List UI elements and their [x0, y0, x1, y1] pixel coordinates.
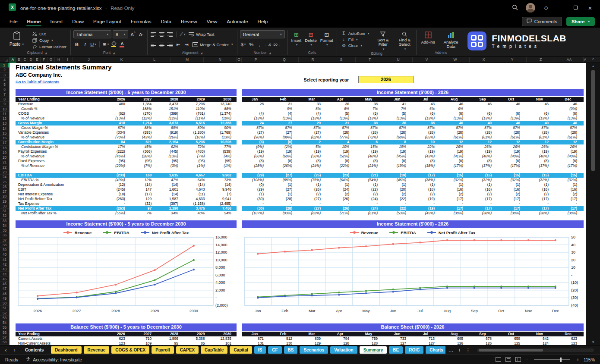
- cell[interactable]: (27): [242, 130, 270, 135]
- table-header-cell[interactable]: 2026: [104, 97, 130, 102]
- accessibility-status[interactable]: Accessibility: Investigate: [26, 357, 82, 362]
- clear-button[interactable]: ⊘Clear▾: [340, 43, 371, 48]
- column-header-w[interactable]: W: [441, 57, 470, 63]
- cell[interactable]: (28): [327, 130, 356, 135]
- row-header-53[interactable]: 53: [0, 316, 9, 320]
- cell[interactable]: (28): [527, 130, 555, 135]
- cell[interactable]: (263): [104, 197, 130, 201]
- cell[interactable]: (28): [270, 206, 299, 211]
- cell[interactable]: (12%): [130, 116, 157, 121]
- cell[interactable]: (61%): [470, 135, 498, 140]
- cell[interactable]: 29: [299, 121, 327, 126]
- menu-item-help[interactable]: Help: [253, 17, 272, 26]
- cell[interactable]: (26%): [157, 135, 183, 140]
- cell[interactable]: (13%): [498, 116, 527, 121]
- cell[interactable]: (539): [210, 149, 237, 154]
- cell[interactable]: (95): [104, 159, 130, 163]
- cell[interactable]: 128: [356, 341, 384, 345]
- cell[interactable]: 126: [470, 341, 498, 345]
- cell[interactable]: (11): [183, 192, 210, 197]
- cell[interactable]: (17%): [498, 163, 527, 168]
- cell[interactable]: 87%: [270, 126, 299, 130]
- cell[interactable]: 480: [104, 102, 130, 107]
- cell[interactable]: 659: [498, 336, 527, 341]
- cell[interactable]: 9%: [270, 107, 299, 111]
- cell[interactable]: 733: [384, 336, 413, 341]
- cell[interactable]: 46: [470, 102, 498, 107]
- cell[interactable]: (38%): [527, 211, 555, 216]
- cell[interactable]: (11%): [183, 116, 210, 121]
- table-header-cell[interactable]: Feb: [270, 97, 299, 102]
- cell[interactable]: 89%: [157, 126, 183, 130]
- row-header-7[interactable]: 7: [0, 92, 9, 97]
- cell[interactable]: (27): [299, 130, 327, 135]
- cell[interactable]: 33: [356, 121, 384, 126]
- cell[interactable]: (30): [242, 206, 270, 211]
- cell[interactable]: (95): [130, 159, 157, 163]
- cell[interactable]: (53%): [384, 211, 413, 216]
- cell[interactable]: 47%: [157, 178, 183, 182]
- cell[interactable]: 6: [356, 140, 384, 144]
- cell[interactable]: 46: [441, 102, 470, 107]
- horizontal-scroll-thumb[interactable]: [479, 349, 543, 351]
- format-painter-button[interactable]: Format Painter: [31, 44, 68, 50]
- cell[interactable]: (1): [470, 182, 498, 187]
- cell[interactable]: 12: [470, 140, 498, 144]
- cell[interactable]: -: [104, 201, 130, 206]
- cell[interactable]: (19): [384, 149, 413, 154]
- column-header-o[interactable]: O: [237, 57, 242, 63]
- vertical-scroll-thumb[interactable]: [591, 70, 595, 171]
- cell[interactable]: (32%): [498, 178, 527, 182]
- cell[interactable]: 31: [327, 121, 356, 126]
- cell[interactable]: 12%: [130, 178, 157, 182]
- cell[interactable]: (41%): [441, 154, 470, 159]
- cell[interactable]: (4): [242, 111, 270, 116]
- cell[interactable]: (13%): [555, 116, 584, 121]
- zoom-level[interactable]: 115%: [584, 357, 595, 362]
- cell[interactable]: 3,073: [157, 121, 183, 126]
- cell[interactable]: (45%): [413, 211, 441, 216]
- page-break-view-icon[interactable]: [515, 357, 521, 362]
- cell[interactable]: (1,158): [183, 201, 210, 206]
- cell[interactable]: 12,366: [210, 121, 237, 126]
- cell[interactable]: (0): [242, 182, 270, 187]
- sort-filter-button[interactable]: Sort & Filter▾: [374, 31, 392, 51]
- row-header-3[interactable]: 3: [0, 73, 9, 78]
- cell[interactable]: (28): [270, 197, 299, 201]
- cell[interactable]: (4): [270, 111, 299, 116]
- row-header-55[interactable]: 55: [0, 325, 9, 330]
- column-header-l[interactable]: L: [138, 57, 171, 63]
- cell[interactable]: (17): [470, 197, 498, 201]
- decrease-indent-icon[interactable]: ⇤: [175, 41, 182, 48]
- cell[interactable]: (82%): [299, 135, 327, 140]
- column-header-n[interactable]: N: [204, 57, 237, 63]
- cell[interactable]: 6%: [413, 107, 441, 111]
- rewards-diamond-icon[interactable]: ◇: [542, 5, 550, 11]
- cell[interactable]: (19): [413, 206, 441, 211]
- cell[interactable]: (13%): [441, 116, 470, 121]
- cell[interactable]: (245): [104, 187, 130, 192]
- grow-font-button[interactable]: A^: [129, 31, 136, 38]
- cell[interactable]: 26%: [527, 144, 555, 149]
- cell[interactable]: (40%): [498, 154, 527, 159]
- row-label[interactable]: Gross Margin %: [16, 126, 104, 130]
- cell[interactable]: (1): [555, 182, 584, 187]
- scroll-down-icon[interactable]: ▾: [586, 340, 600, 344]
- cell[interactable]: (28): [356, 130, 384, 135]
- table-header-cell[interactable]: Mar: [299, 97, 327, 102]
- cell[interactable]: 27: [270, 121, 299, 126]
- row-header-44[interactable]: 44: [0, 272, 9, 276]
- cell[interactable]: (95): [157, 159, 183, 163]
- table-header-cell[interactable]: Oct: [498, 97, 527, 102]
- add-sheet-button[interactable]: +: [456, 347, 463, 353]
- cell[interactable]: -: [470, 107, 498, 111]
- table-header-cell[interactable]: Oct: [498, 332, 527, 336]
- cell[interactable]: (8): [441, 159, 470, 163]
- cell[interactable]: (54%): [356, 178, 384, 182]
- cell[interactable]: (17): [527, 197, 555, 201]
- cell[interactable]: 713: [413, 336, 441, 341]
- menu-item-page-layout[interactable]: Page Layout: [89, 17, 126, 26]
- percent-format-button[interactable]: %: [248, 41, 255, 48]
- cell[interactable]: (24): [327, 187, 356, 192]
- shrink-font-button[interactable]: Aˇ: [138, 31, 145, 38]
